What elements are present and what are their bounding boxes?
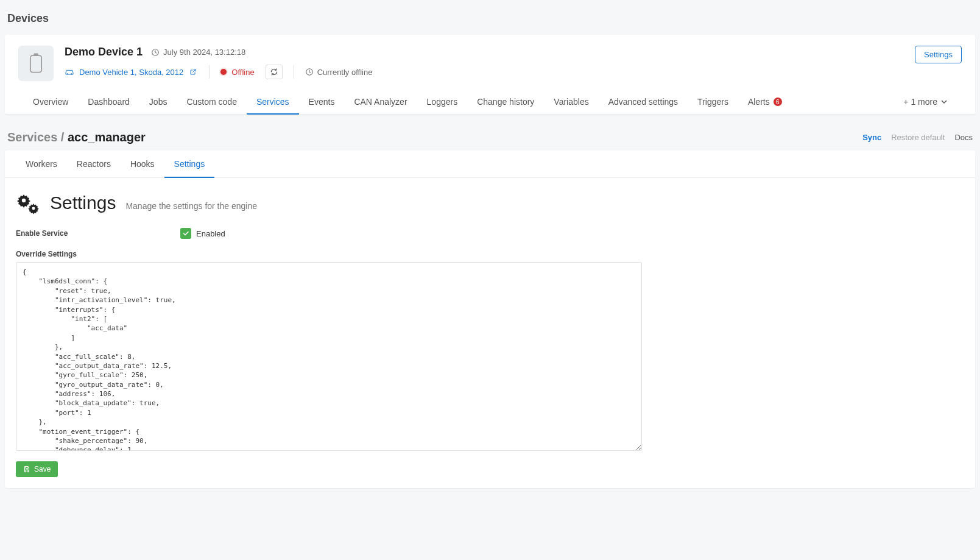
car-icon [65, 68, 74, 76]
divider [209, 65, 210, 79]
alerts-badge: 6 [774, 97, 782, 106]
enable-service-label: Enable Service [16, 229, 180, 238]
settings-subtitle: Manage the settings for the engine [125, 201, 257, 211]
save-button-label: Save [34, 465, 51, 473]
breadcrumb-root[interactable]: Services [7, 130, 57, 144]
tab-custom-code[interactable]: Custom code [177, 90, 246, 114]
status-label: Offline [231, 68, 254, 77]
divider [294, 65, 294, 79]
breadcrumb: Services / acc_manager [7, 130, 146, 144]
tab-change-history[interactable]: Change history [467, 90, 544, 114]
battery-icon [29, 53, 43, 74]
tab-loggers[interactable]: Loggers [417, 90, 468, 114]
svg-point-3 [67, 73, 68, 74]
main-tabs: OverviewDashboardJobsCustom codeServices… [5, 90, 975, 115]
vehicle-link-text: Demo Vehicle 1, Skoda, 2012 [79, 68, 183, 77]
tab-jobs[interactable]: Jobs [139, 90, 177, 114]
restore-default-link[interactable]: Restore default [891, 133, 945, 142]
tab-variables[interactable]: Variables [544, 90, 598, 114]
refresh-icon [270, 68, 278, 76]
enabled-text: Enabled [196, 229, 225, 238]
breadcrumb-sep: / [57, 130, 68, 144]
status-offline: Offline [220, 68, 254, 77]
refresh-button[interactable] [266, 65, 283, 79]
settings-heading: Settings [50, 193, 116, 213]
svg-point-9 [32, 207, 35, 210]
device-icon [18, 46, 54, 81]
svg-point-7 [22, 199, 26, 202]
clock-icon [151, 48, 160, 57]
breadcrumb-leaf: acc_manager [68, 130, 146, 144]
tab-dashboard[interactable]: Dashboard [78, 90, 139, 114]
device-name: Demo Device 1 [65, 46, 143, 58]
checkbox-checked-icon [180, 228, 191, 239]
gears-icon [16, 193, 40, 214]
override-settings-label: Override Settings [16, 250, 964, 258]
save-icon [23, 466, 30, 473]
tab-services[interactable]: Services [247, 90, 299, 114]
inner-tab-settings[interactable]: Settings [164, 151, 215, 177]
docs-link[interactable]: Docs [954, 133, 973, 142]
tab-overview[interactable]: Overview [23, 90, 78, 114]
tab-can-analyzer[interactable]: CAN Analyzer [344, 90, 417, 114]
inner-tab-reactors[interactable]: Reactors [67, 151, 121, 177]
device-timestamp: July 9th 2024, 13:12:18 [151, 48, 245, 57]
currently-offline-text: Currently offline [317, 68, 373, 77]
tab-events[interactable]: Events [299, 90, 345, 114]
external-link-icon [188, 68, 198, 76]
sync-link[interactable]: Sync [862, 133, 881, 142]
inner-tab-hooks[interactable]: Hooks [121, 151, 164, 177]
svg-point-4 [71, 73, 72, 74]
tab-advanced-settings[interactable]: Advanced settings [599, 90, 688, 114]
svg-rect-1 [30, 55, 41, 73]
device-settings-button[interactable]: Settings [915, 46, 962, 63]
clock-icon [305, 68, 314, 76]
device-timestamp-text: July 9th 2024, 13:12:18 [163, 48, 245, 57]
more-tabs-dropdown[interactable]: + 1 more [894, 90, 957, 114]
inner-tabs: WorkersReactorsHooksSettings [5, 151, 975, 178]
vehicle-link[interactable]: Demo Vehicle 1, Skoda, 2012 [65, 68, 198, 77]
status-dot-icon [220, 69, 227, 75]
enable-service-checkbox[interactable]: Enabled [180, 228, 225, 239]
tab-alerts[interactable]: Alerts6 [738, 90, 792, 114]
currently-offline: Currently offline [305, 68, 373, 77]
tab-triggers[interactable]: Triggers [688, 90, 738, 114]
service-settings-card: WorkersReactorsHooksSettings Settings Ma… [5, 151, 975, 488]
device-card: Demo Device 1 July 9th 2024, 13:12:18 De… [5, 35, 975, 115]
chevron-down-icon [941, 100, 947, 104]
save-button[interactable]: Save [16, 461, 58, 477]
override-settings-textarea[interactable] [16, 262, 642, 451]
page-title: Devices [5, 12, 975, 25]
inner-tab-workers[interactable]: Workers [16, 151, 67, 177]
